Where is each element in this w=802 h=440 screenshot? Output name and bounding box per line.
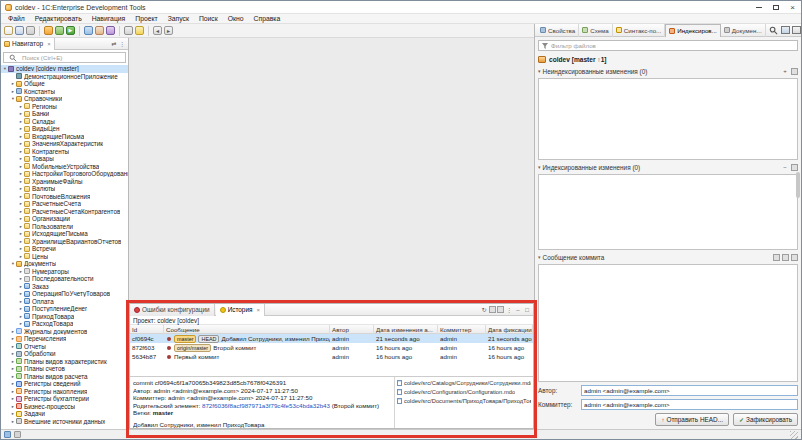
- tree-item[interactable]: ▸ Обработки: [1, 350, 128, 358]
- update-configuration-icon[interactable]: [84, 26, 93, 35]
- menu-item[interactable]: Справка: [249, 15, 286, 22]
- tree-item[interactable]: ▸ ВидыЦен: [1, 125, 128, 133]
- menu-item[interactable]: Файл: [3, 15, 30, 22]
- maximize-view-icon[interactable]: □: [523, 306, 531, 314]
- maximize-button[interactable]: [767, 1, 784, 14]
- tree-item[interactable]: ▸ ПоступлениеДенег: [1, 305, 128, 313]
- run-icon[interactable]: ▶: [66, 26, 75, 35]
- new-wizard-icon[interactable]: [4, 26, 13, 35]
- repository-row[interactable]: coldev [master ↑1]: [538, 54, 798, 64]
- tab-configuration-errors[interactable]: Ошибки конфигурации: [130, 304, 215, 316]
- view-menu-icon[interactable]: ⋮: [505, 306, 513, 314]
- tree-item[interactable]: ▸ Регионы: [1, 103, 128, 111]
- tree-item[interactable]: ▸ ВходящиеПисьма: [1, 133, 128, 141]
- tree-item[interactable]: ▸ Планы счетов: [1, 365, 128, 373]
- column-header[interactable]: Автор: [330, 325, 374, 334]
- tree-item[interactable]: ▸ Оплата: [1, 298, 128, 306]
- tree-item[interactable]: ▸ ХранимыеФайлы: [1, 178, 128, 186]
- column-header[interactable]: Сообщение: [164, 325, 330, 334]
- tree-item[interactable]: ▸ Цены: [1, 253, 128, 261]
- tree-item[interactable]: ▸ РасходТовара: [1, 320, 128, 328]
- tree-item[interactable]: ▸ ХранилищеВариантовОтчетов: [1, 238, 128, 246]
- amend-commit-icon[interactable]: [773, 254, 780, 261]
- bookmark-icon[interactable]: [135, 26, 144, 35]
- tab-history[interactable]: История ×: [216, 304, 265, 316]
- tree-item[interactable]: ▸ Планы видов расчета: [1, 373, 128, 381]
- tree-item[interactable]: ▸ ПриходТовара: [1, 313, 128, 321]
- file-filter-input[interactable]: [551, 41, 795, 50]
- compare-merge-icon[interactable]: [106, 26, 115, 35]
- staged-sort-icon[interactable]: [791, 164, 798, 171]
- link-with-editor-icon[interactable]: ⇄: [110, 40, 118, 48]
- author-input[interactable]: [581, 385, 798, 396]
- tree-item[interactable]: ▸ Пользователи: [1, 223, 128, 231]
- commit-row[interactable]: 872f603 origin/master Второй коммит admi…: [130, 343, 533, 352]
- scrollbar-thumb[interactable]: [796, 172, 800, 198]
- tree-item[interactable]: ▾ Документы: [1, 260, 128, 268]
- menu-item[interactable]: Поиск: [194, 15, 223, 22]
- start-1c-client-icon[interactable]: [44, 26, 53, 35]
- tree-item[interactable]: ▸ РасчетныеСчетаКонтрагентов: [1, 208, 128, 216]
- save-icon[interactable]: [15, 26, 24, 35]
- tree-item[interactable]: ▸ НастройкиТорговогоОборудования: [1, 170, 128, 178]
- add-change-id-icon[interactable]: [791, 254, 798, 261]
- tree-item[interactable]: ▸ Регистры бухгалтерии: [1, 395, 128, 403]
- column-header[interactable]: Коммиттер: [438, 325, 486, 334]
- commit-row[interactable]: cf0694c master HEAD Добавил Сотрудники, …: [130, 334, 533, 343]
- tree-item[interactable]: ▸ Задачи: [1, 410, 128, 418]
- tree-item[interactable]: ▸ Общие: [1, 80, 128, 88]
- forward-icon[interactable]: ▸: [164, 26, 173, 35]
- tab-documentation[interactable]: Докумен...: [721, 24, 766, 37]
- navigator-search-box[interactable]: [3, 52, 126, 63]
- changed-file-row[interactable]: coldev/src/Documents/ПриходТовара/Приход…: [395, 396, 533, 405]
- open-perspective-icon[interactable]: [792, 26, 801, 34]
- collapse-icon[interactable]: ▾: [538, 164, 541, 170]
- check-configuration-icon[interactable]: [95, 26, 104, 35]
- minimize-button[interactable]: [750, 1, 767, 14]
- collapse-icon[interactable]: ▾: [538, 68, 541, 74]
- search-icon[interactable]: [769, 26, 778, 35]
- commit-message-input[interactable]: [538, 264, 798, 382]
- tree-item[interactable]: ▸ Банки: [1, 110, 128, 118]
- tree-item[interactable]: ▸ Последовательности: [1, 275, 128, 283]
- tab-properties[interactable]: Свойства: [537, 24, 579, 37]
- menu-item[interactable]: Запуск: [163, 15, 194, 22]
- search-input[interactable]: [22, 53, 123, 62]
- tree-item[interactable]: ▸ Заказ: [1, 283, 128, 291]
- tree-item[interactable]: ▸ Планы видов характеристик: [1, 358, 128, 366]
- tree-item[interactable]: ▸ Товары: [1, 155, 128, 163]
- menu-item[interactable]: Навигация: [87, 15, 131, 22]
- refresh-icon[interactable]: ↻: [480, 306, 488, 314]
- menu-item[interactable]: Редактировать: [30, 15, 87, 22]
- tree-item[interactable]: ▸ Валюты: [1, 185, 128, 193]
- tree-item[interactable]: ▸ Нумераторы: [1, 268, 128, 276]
- tree-item[interactable]: ▸ РасчетныеСчета: [1, 200, 128, 208]
- close-button[interactable]: ×: [784, 1, 801, 14]
- tab-git-staging[interactable]: Индексиров...: [665, 24, 721, 37]
- back-icon[interactable]: ◂: [153, 26, 162, 35]
- committer-input[interactable]: [581, 399, 798, 410]
- unstage-all-icon[interactable]: −: [781, 163, 789, 171]
- column-header[interactable]: Дата фиксации: [486, 325, 533, 334]
- tree-item[interactable]: ▸ ПочтовыеВложения: [1, 193, 128, 201]
- tab-schema[interactable]: Схема: [579, 24, 613, 37]
- column-header[interactable]: Дата изменения а...: [374, 325, 438, 334]
- tree-item[interactable]: ▸ Константы: [1, 88, 128, 96]
- staged-changes-list[interactable]: [538, 174, 798, 250]
- tree-item[interactable]: ▸ Склады: [1, 118, 128, 126]
- unstaged-sort-icon[interactable]: [791, 68, 798, 75]
- stage-all-icon[interactable]: +: [781, 67, 789, 75]
- minimize-view-icon[interactable]: –: [514, 306, 522, 314]
- status-editors-icon[interactable]: [4, 431, 11, 438]
- push-head-button[interactable]: ↑Отправить HEAD...: [655, 413, 729, 426]
- tree-item[interactable]: ▸ Регистры накопления: [1, 388, 128, 396]
- tree-item[interactable]: ДемонстрационноеПриложение: [1, 73, 128, 81]
- view-menu-icon[interactable]: ⋮: [118, 40, 126, 48]
- tree-item[interactable]: ▸ Контрагенты: [1, 148, 128, 156]
- perspective-icon[interactable]: [781, 26, 790, 34]
- tree-item[interactable]: ▾ coldev [coldev master]: [1, 65, 128, 73]
- tree-item[interactable]: ▸ Встречи: [1, 245, 128, 253]
- tab-navigator[interactable]: Навигатор ×: [1, 38, 55, 50]
- parent-commit-link[interactable]: 872f6036f8acf987971a3f79c4fe53c4bda32b43: [202, 402, 330, 409]
- unstaged-changes-list[interactable]: [538, 78, 798, 160]
